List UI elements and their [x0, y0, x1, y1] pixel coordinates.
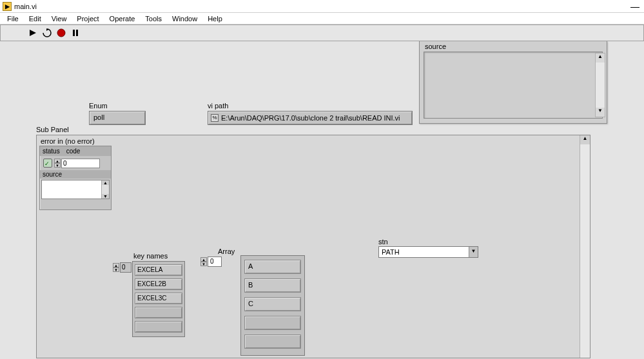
- error-code-label: code: [66, 148, 81, 155]
- index-decrement-icon[interactable]: ▼: [113, 267, 119, 272]
- key-names-cell[interactable]: EXCEL2B: [135, 278, 182, 290]
- stn-label: stn: [378, 238, 388, 246]
- menu-view[interactable]: View: [47, 14, 72, 23]
- array-label: Array: [218, 247, 235, 255]
- error-in-cluster: status code ✓ ▲ ▼ source ▲▼: [39, 146, 112, 210]
- svg-rect-2: [76, 30, 78, 36]
- stn-value: PATH: [379, 247, 469, 257]
- key-names-cell[interactable]: [135, 321, 182, 333]
- array-control: A B C: [240, 255, 305, 356]
- error-status-label: status: [43, 148, 60, 155]
- run-icon[interactable]: [28, 28, 38, 38]
- run-continuous-icon[interactable]: [42, 28, 52, 38]
- error-in-label: error in (no error): [41, 137, 95, 145]
- error-source-label: source: [40, 170, 111, 179]
- menubar: File Edit View Project Operate Tools Win…: [0, 13, 644, 24]
- abort-icon[interactable]: [56, 28, 66, 38]
- error-status-led[interactable]: ✓: [43, 159, 52, 168]
- key-names-index[interactable]: 0: [120, 262, 132, 273]
- key-names-cell[interactable]: EXCELA: [135, 264, 182, 276]
- scroll-up-icon[interactable]: ▲: [596, 53, 605, 63]
- key-names-index-spinner[interactable]: ▲ ▼ 0: [113, 262, 132, 273]
- menu-file[interactable]: File: [3, 14, 23, 23]
- scroll-up-icon[interactable]: ▲: [580, 135, 590, 144]
- code-increment-icon[interactable]: ▲: [54, 159, 61, 163]
- menu-tools[interactable]: Tools: [141, 14, 166, 23]
- scroll-down-icon[interactable]: ▼: [596, 108, 605, 117]
- error-code-input[interactable]: [61, 159, 100, 168]
- code-decrement-icon[interactable]: ▼: [54, 163, 61, 168]
- app-icon: ▶: [3, 2, 12, 11]
- key-names-array: EXCELA EXCEL2B EXCEL3C: [132, 261, 185, 337]
- error-source-scrollbar[interactable]: ▲▼: [101, 180, 109, 199]
- front-panel: source ▲ ▼ Enum poll vi path % E:\Arun\D…: [0, 41, 644, 359]
- menu-help[interactable]: Help: [203, 14, 227, 23]
- menu-operate[interactable]: Operate: [105, 14, 140, 23]
- source-textarea[interactable]: [424, 52, 603, 119]
- source-scrollbar[interactable]: ▲ ▼: [595, 53, 605, 117]
- key-names-cell[interactable]: [135, 307, 182, 318]
- source-panel: source ▲ ▼: [419, 41, 607, 124]
- array-cell[interactable]: B: [244, 278, 301, 293]
- array-cell[interactable]: [244, 316, 301, 330]
- checkmark-icon: ✓: [44, 160, 50, 167]
- svg-rect-1: [73, 30, 75, 36]
- menu-window[interactable]: Window: [168, 14, 202, 23]
- array-index[interactable]: 0: [208, 257, 222, 267]
- index-increment-icon[interactable]: ▲: [200, 257, 207, 262]
- array-cell[interactable]: A: [244, 260, 301, 274]
- pause-icon[interactable]: [70, 28, 81, 38]
- enum-label: Enum: [89, 102, 108, 110]
- titlebar: ▶ main.vi —: [0, 0, 644, 13]
- scroll-up-icon[interactable]: ▲: [102, 180, 109, 185]
- error-source-input[interactable]: ▲▼: [41, 180, 110, 199]
- key-names-label: key names: [133, 252, 168, 260]
- scroll-down-icon[interactable]: ▼: [102, 194, 109, 199]
- source-label: source: [425, 43, 446, 50]
- stn-control[interactable]: PATH ▼: [378, 246, 478, 258]
- vi-path-control[interactable]: % E:\Arun\DAQ\PRG\17.0\sub\clone 2 trail…: [208, 111, 413, 125]
- array-cell[interactable]: [244, 335, 301, 349]
- window-title: main.vi: [14, 3, 629, 10]
- chevron-down-icon[interactable]: ▼: [469, 247, 478, 257]
- array-cell[interactable]: C: [244, 297, 301, 311]
- minimize-button[interactable]: —: [629, 1, 641, 12]
- index-increment-icon[interactable]: ▲: [113, 263, 119, 267]
- index-decrement-icon[interactable]: ▼: [200, 262, 207, 266]
- subpanel: ▲ error in (no error) status code ✓ ▲ ▼: [36, 135, 590, 358]
- vi-path-label: vi path: [208, 102, 228, 110]
- path-icon: %: [211, 114, 219, 122]
- toolbar: [0, 24, 644, 41]
- svg-point-0: [57, 29, 65, 37]
- subpanel-scrollbar[interactable]: ▲: [580, 135, 590, 358]
- key-names-cell[interactable]: EXCEL3C: [135, 293, 182, 304]
- menu-edit[interactable]: Edit: [24, 14, 46, 23]
- enum-control[interactable]: poll: [89, 111, 146, 125]
- array-index-spinner[interactable]: ▲ ▼ 0: [200, 257, 222, 267]
- menu-project[interactable]: Project: [72, 14, 103, 23]
- subpanel-label: Sub Panel: [36, 126, 69, 133]
- vi-path-value: E:\Arun\DAQ\PRG\17.0\sub\clone 2 trail\s…: [221, 114, 400, 122]
